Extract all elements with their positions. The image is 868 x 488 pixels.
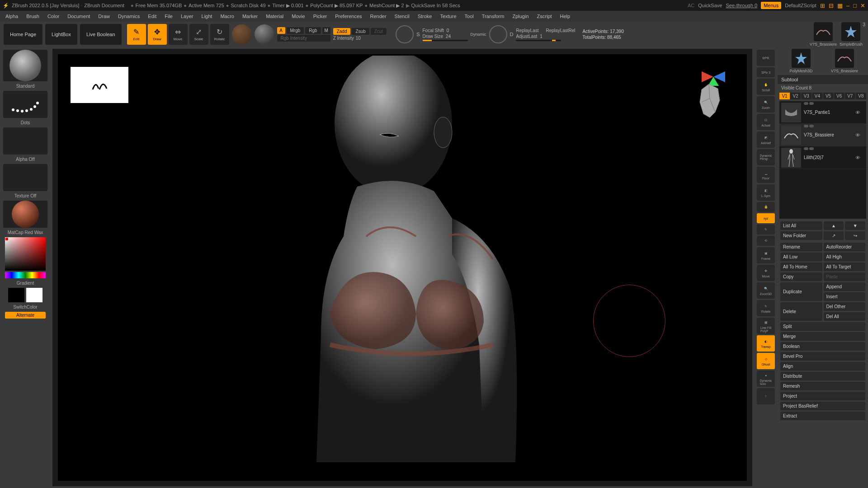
material-slot[interactable] <box>3 201 47 228</box>
draw-mode-button[interactable]: ✥Draw <box>148 24 167 45</box>
color-picker[interactable] <box>5 237 46 271</box>
polyf-button[interactable]: ▦Line FillPolyF <box>757 318 775 334</box>
append-button[interactable]: Append <box>824 282 866 291</box>
alternate-button[interactable]: Alternate <box>5 312 46 319</box>
solo-button[interactable]: ●DynamicSolo <box>757 371 775 387</box>
list-all-button[interactable]: List All <box>780 221 822 230</box>
replay-last-rel-button[interactable]: ReplayLastRel <box>546 28 576 33</box>
del-other-button[interactable]: Del Other <box>824 302 866 311</box>
all-high-button[interactable]: All High <box>824 253 866 261</box>
draw-size-value[interactable]: 24 <box>446 34 451 39</box>
arrow-out-icon[interactable]: ↗ <box>824 231 844 240</box>
subtool-row[interactable]: V7S_Brassiere👁 <box>779 124 866 146</box>
transp-button[interactable]: ◐Transp <box>757 335 775 352</box>
adjust-slider[interactable] <box>516 40 561 41</box>
distribute-button[interactable]: Distribute <box>780 372 865 380</box>
swatch-black[interactable] <box>8 288 24 302</box>
a-toggle[interactable]: A <box>277 27 285 34</box>
menu-picker[interactable]: Picker <box>313 14 327 19</box>
move2-button[interactable]: ✥Move <box>757 265 775 281</box>
zoom-button[interactable]: 🔍Zoom <box>757 96 775 113</box>
viewport[interactable] <box>51 47 754 488</box>
insert-button[interactable]: Insert <box>824 292 866 301</box>
rename-button[interactable]: Rename <box>780 243 822 251</box>
home-page-button[interactable]: Home Page <box>4 24 42 45</box>
ghost-button[interactable]: ◇Ghost <box>757 353 775 369</box>
duplicate-button[interactable]: Duplicate <box>780 282 822 301</box>
quicksave-button[interactable]: QuickSave <box>698 3 722 8</box>
menu-alpha[interactable]: Alpha <box>5 14 18 19</box>
z-intensity-value[interactable]: 10 <box>356 36 361 41</box>
view-v8[interactable]: V8 <box>856 93 866 99</box>
del-all-button[interactable]: Del All <box>824 312 866 321</box>
menu-document[interactable]: Document <box>67 14 90 19</box>
visibility-icon[interactable]: 👁 <box>855 132 864 138</box>
menu-preferences[interactable]: Preferences <box>335 14 362 19</box>
view-v2[interactable]: V2 <box>790 93 801 99</box>
persp-button[interactable]: DynamicPersp <box>757 149 775 165</box>
copy-button[interactable]: Copy <box>780 272 822 281</box>
aahalf-button[interactable]: ◩AAHalf <box>757 131 775 148</box>
brush-slot[interactable] <box>3 50 47 81</box>
view-v5[interactable]: V5 <box>823 93 834 99</box>
menu-zplugin[interactable]: Zplugin <box>512 14 528 19</box>
visibility-icon[interactable]: 👁 <box>855 155 864 160</box>
menu-transform[interactable]: Transform <box>482 14 505 19</box>
menu-layer[interactable]: Layer <box>181 14 193 19</box>
default-zscript[interactable]: DefaultZScript <box>785 3 816 8</box>
scale-mode-button[interactable]: ⤢Scale <box>189 24 208 45</box>
layout-icon-2[interactable]: ⊟ <box>829 2 834 9</box>
xyz-button[interactable]: xyz <box>757 213 775 223</box>
stroke-slot[interactable] <box>3 91 47 118</box>
menu-zscript[interactable]: Zscript <box>537 14 552 19</box>
subtool-header[interactable]: Subtool <box>778 75 868 84</box>
zsub-button[interactable]: Zsub <box>352 28 369 35</box>
subtool-row[interactable]: V7S_Pantie1👁 <box>779 101 866 124</box>
lock-button[interactable]: 🔒 <box>757 202 775 212</box>
actual-button[interactable]: ⊡Actual <box>757 114 775 130</box>
rotate-mode-button[interactable]: ↻Rotate <box>210 24 229 45</box>
layout-icon[interactable]: ⊞ <box>820 2 825 9</box>
all-low-button[interactable]: All Low <box>780 253 822 261</box>
menu-movie[interactable]: Movie <box>292 14 305 19</box>
delete-button[interactable]: Delete <box>780 302 822 321</box>
menu-edit[interactable]: Edit <box>148 14 156 19</box>
material-sphere[interactable] <box>255 24 274 44</box>
paste-button[interactable]: Paste <box>824 272 866 281</box>
bevel-pro-button[interactable]: Bevel Pro <box>780 352 865 361</box>
autoreorder-button[interactable]: AutoReorder <box>824 243 866 251</box>
align-button[interactable]: Align <box>780 362 865 371</box>
move-down-icon[interactable]: ▼ <box>845 221 865 230</box>
frame-button[interactable]: ▣Frame <box>757 247 775 263</box>
maximize-icon[interactable]: □ <box>853 2 857 9</box>
spix-button[interactable]: SPix 3 <box>757 67 775 77</box>
mrgb-button[interactable]: Mrgb <box>287 27 304 34</box>
gradient-label[interactable]: Gradient <box>2 280 49 286</box>
reference-thumbnail[interactable] <box>71 67 128 103</box>
move-mode-button[interactable]: ⇔Move <box>169 24 188 45</box>
switch-color-button[interactable]: SwitchColor <box>2 304 49 310</box>
gyro-button[interactable] <box>232 24 252 44</box>
brassiere-tool[interactable]: V7S_Brassiere <box>824 49 865 73</box>
menu-help[interactable]: Help <box>560 14 571 19</box>
seethrough-slider[interactable]: See-through 0 <box>726 3 757 8</box>
menu-texture[interactable]: Texture <box>440 14 456 19</box>
remesh-button[interactable]: Remesh <box>780 382 865 390</box>
menu-stencil[interactable]: Stencil <box>395 14 410 19</box>
rgb-button[interactable]: Rgb <box>305 27 321 34</box>
subtool-list[interactable]: V7S_Pantie1👁V7S_Brassiere👁Lilith(20)7👁 <box>779 101 866 219</box>
zadd-button[interactable]: Zadd <box>333 28 351 35</box>
draw-size-slider[interactable] <box>423 40 468 41</box>
new-folder-button[interactable]: New Folder <box>780 231 822 240</box>
texture-slot[interactable] <box>3 164 47 191</box>
dynamic-label[interactable]: Dynamic <box>471 32 486 37</box>
tool-slot-2[interactable]: SimpleBrush 3 <box>840 22 863 47</box>
rot2-button[interactable]: ⟲ <box>757 236 775 246</box>
zcut-button[interactable]: Zcut <box>371 28 387 35</box>
hue-slider[interactable] <box>5 272 46 278</box>
visibility-icon[interactable]: 👁 <box>855 110 864 115</box>
menu-color[interactable]: Color <box>47 14 59 19</box>
size-gizmo[interactable] <box>396 25 414 43</box>
view-v7[interactable]: V7 <box>845 93 855 99</box>
merge-button[interactable]: Merge <box>780 332 865 341</box>
